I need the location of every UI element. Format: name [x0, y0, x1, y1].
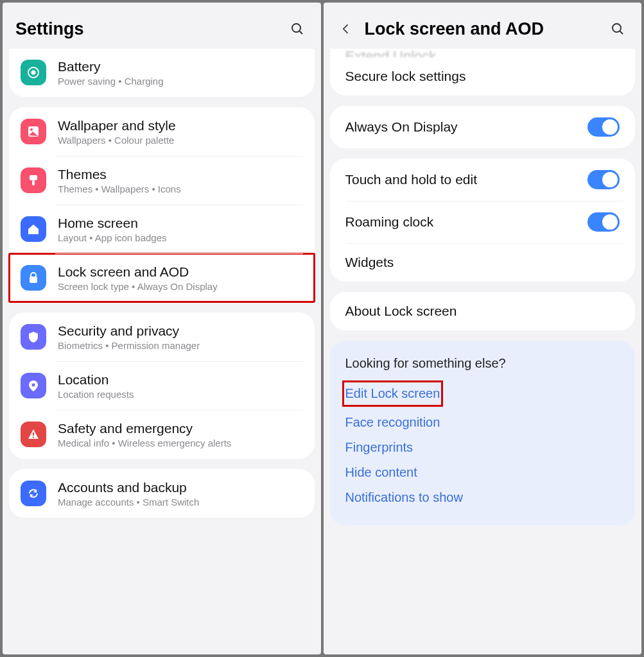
search-icon: [290, 21, 305, 37]
brush-icon: [21, 167, 46, 193]
item-text: Safety and emergencyMedical info • Wirel…: [58, 421, 303, 448]
svg-point-3: [31, 71, 36, 75]
item-label: Touch and hold to edit: [345, 172, 577, 187]
suggestion-link-face[interactable]: Face recognition: [345, 410, 620, 435]
search-icon: [610, 21, 625, 37]
settings-item-location[interactable]: LocationLocation requests: [9, 361, 315, 410]
suggestion-link-notif[interactable]: Notifications to show: [345, 485, 620, 510]
item-text: LocationLocation requests: [58, 372, 303, 400]
sync-icon: [21, 481, 46, 506]
lockscreen-group: Always On Display: [330, 106, 636, 148]
settings-item-wallpaper[interactable]: Wallpaper and styleWallpapers • Colour p…: [9, 107, 315, 156]
item-text: BatteryPower saving • Charging: [58, 59, 303, 87]
settings-item-themes[interactable]: ThemesThemes • Wallpapers • Icons: [9, 156, 315, 205]
settings-group: BatteryPower saving • Charging: [9, 49, 315, 97]
suggestion-title: Looking for something else?: [345, 356, 620, 371]
settings-list: BatteryPower saving • ChargingWallpaper …: [3, 49, 321, 654]
svg-rect-10: [33, 432, 34, 436]
item-label: Roaming clock: [345, 214, 577, 230]
item-subtitle: Location requests: [58, 389, 303, 400]
item-subtitle: Medical info • Wireless emergency alerts: [58, 438, 303, 448]
item-label: Battery: [58, 59, 303, 74]
item-text: ThemesThemes • Wallpapers • Icons: [58, 167, 303, 194]
image-icon: [21, 119, 46, 144]
back-button[interactable]: [336, 19, 356, 38]
lockscreen-panel: Lock screen and AOD Extend UnlockSecure …: [324, 3, 642, 654]
item-label: Accounts and backup: [58, 480, 303, 495]
item-text: Secure lock settings: [345, 69, 620, 84]
lockscreen-item-roaming[interactable]: Roaming clock: [330, 201, 636, 243]
lockscreen-item-about[interactable]: About Lock screen: [330, 292, 636, 330]
lock-icon: [21, 265, 46, 291]
lockscreen-item-widgets[interactable]: Widgets: [330, 243, 636, 282]
suggestion-link-finger[interactable]: Fingerprints: [345, 435, 620, 460]
suggestion-link-hide[interactable]: Hide content: [345, 460, 620, 485]
page-title: Settings: [15, 19, 277, 39]
settings-item-lockscreen[interactable]: Lock screen and AODScreen lock type • Al…: [9, 253, 315, 302]
item-subtitle: Biometrics • Permission manager: [58, 340, 303, 351]
item-text: Touch and hold to edit: [345, 172, 577, 187]
svg-point-5: [30, 128, 33, 131]
item-text: Roaming clock: [345, 214, 577, 230]
lockscreen-list: Extend UnlockSecure lock settingsAlways …: [324, 49, 642, 654]
home-icon: [21, 216, 46, 242]
item-label: Wallpaper and style: [58, 118, 303, 133]
settings-group: Accounts and backupManage accounts • Sma…: [9, 469, 315, 518]
item-text: About Lock screen: [345, 303, 620, 319]
item-subtitle: Wallpapers • Colour palette: [58, 135, 303, 146]
item-text: Wallpaper and styleWallpapers • Colour p…: [58, 118, 303, 146]
svg-rect-11: [33, 437, 34, 438]
item-label: Safety and emergency: [58, 421, 303, 436]
svg-line-15: [620, 31, 623, 35]
page-title: Lock screen and AOD: [365, 19, 598, 39]
item-text: Security and privacyBiometrics • Permiss…: [58, 323, 303, 351]
item-label: Secure lock settings: [345, 69, 620, 84]
cutoff-row: Extend Unlock: [330, 49, 636, 57]
item-text: Lock screen and AODScreen lock type • Al…: [58, 264, 303, 292]
item-label: Widgets: [345, 255, 620, 270]
item-subtitle: Themes • Wallpapers • Icons: [58, 183, 303, 194]
toggle-touchhold[interactable]: [587, 170, 620, 189]
settings-group: Security and privacyBiometrics • Permiss…: [9, 312, 315, 459]
svg-point-0: [292, 24, 300, 32]
lockscreen-item-aod[interactable]: Always On Display: [330, 106, 636, 148]
settings-item-accounts[interactable]: Accounts and backupManage accounts • Sma…: [9, 469, 315, 518]
svg-line-1: [299, 31, 302, 35]
settings-item-safety[interactable]: Safety and emergencyMedical info • Wirel…: [9, 410, 315, 459]
svg-point-14: [613, 24, 621, 32]
item-subtitle: Layout • App icon badges: [58, 232, 303, 243]
settings-item-security[interactable]: Security and privacyBiometrics • Permiss…: [9, 312, 315, 361]
chevron-left-icon: [340, 22, 352, 35]
settings-item-home[interactable]: Home screenLayout • App icon badges: [9, 205, 315, 253]
settings-panel: Settings BatteryPower saving • ChargingW…: [3, 3, 321, 654]
lockscreen-item-secure[interactable]: Secure lock settings: [330, 57, 636, 96]
item-text: Accounts and backupManage accounts • Sma…: [58, 480, 303, 508]
svg-point-9: [32, 384, 35, 387]
item-label: Lock screen and AOD: [58, 264, 303, 280]
lockscreen-group: Touch and hold to editRoaming clockWidge…: [330, 158, 636, 282]
settings-header: Settings: [3, 3, 321, 49]
item-subtitle: Power saving • Charging: [58, 76, 303, 87]
item-subtitle: Screen lock type • Always On Display: [58, 281, 303, 292]
suggestion-group: Looking for something else?Edit Lock scr…: [330, 341, 636, 525]
svg-rect-7: [32, 180, 35, 185]
settings-item-battery[interactable]: BatteryPower saving • Charging: [9, 49, 315, 97]
item-label: Location: [58, 372, 303, 388]
toggle-roaming[interactable]: [587, 212, 620, 232]
lockscreen-item-touchhold[interactable]: Touch and hold to edit: [330, 158, 636, 201]
lockscreen-header: Lock screen and AOD: [324, 3, 642, 49]
suggestion-link-edit[interactable]: Edit Lock screen: [345, 384, 440, 404]
pin-icon: [21, 373, 46, 398]
item-text: Widgets: [345, 255, 620, 270]
item-text: Home screenLayout • App icon badges: [58, 216, 303, 243]
shield-icon: [21, 324, 46, 350]
item-label: About Lock screen: [345, 303, 620, 319]
item-text: Always On Display: [345, 119, 577, 135]
search-button[interactable]: [607, 18, 629, 40]
battery-icon: [21, 60, 46, 85]
toggle-aod[interactable]: [587, 117, 620, 137]
item-label: Themes: [58, 167, 303, 182]
item-label: Home screen: [58, 216, 303, 231]
lockscreen-group: Extend UnlockSecure lock settings: [330, 49, 636, 96]
search-button[interactable]: [286, 18, 308, 40]
